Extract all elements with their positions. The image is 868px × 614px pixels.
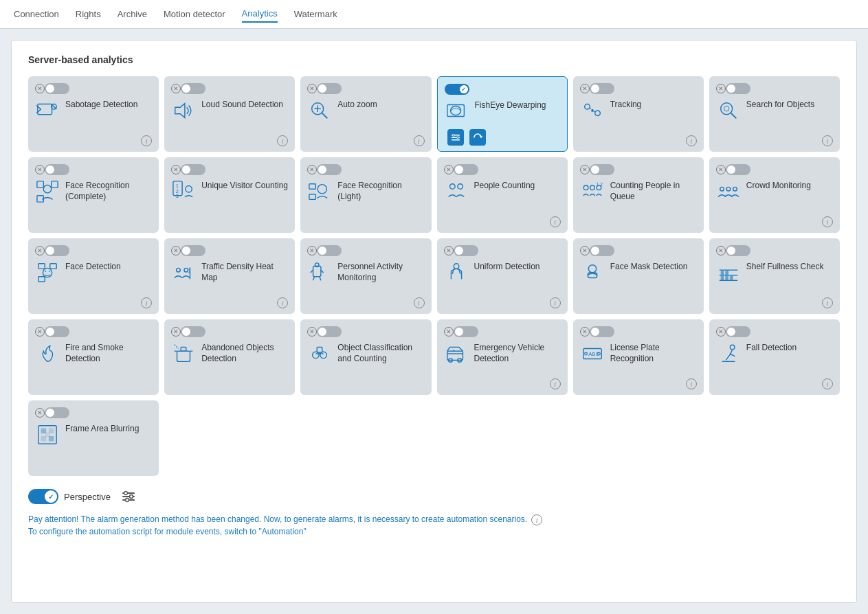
nav-item-connection[interactable]: Connection <box>14 6 59 22</box>
close-icon-emergency-vehicle[interactable]: ✕ <box>444 327 454 337</box>
toggle-abandoned-objects[interactable] <box>181 326 205 337</box>
close-icon-crowd-monitoring[interactable]: ✕ <box>716 165 726 174</box>
info-icon-fall-detection[interactable]: i <box>822 378 833 389</box>
info-icon-traffic-density[interactable]: i <box>277 297 288 308</box>
toggle-tracking[interactable] <box>590 83 614 94</box>
close-icon-fire-smoke[interactable]: ✕ <box>35 327 45 337</box>
close-icon-uniform-detection[interactable]: ✕ <box>444 246 454 255</box>
nav-item-watermark[interactable]: Watermark <box>294 6 337 22</box>
nav-item-analytics[interactable]: Analytics <box>242 5 278 23</box>
toggle-crowd-monitoring[interactable] <box>726 164 750 175</box>
info-icon-tracking[interactable]: i <box>686 135 697 146</box>
info-icon-search-objects[interactable]: i <box>822 135 833 146</box>
card-personnel-activity: ✕Personnel Activity Monitoringi <box>300 238 431 314</box>
nav-item-archive[interactable]: Archive <box>118 6 147 22</box>
card-body-counting-queue: 1 2 3Counting People in Queue <box>580 179 697 227</box>
svg-point-36 <box>457 184 463 190</box>
svg-text:ABC: ABC <box>588 351 599 357</box>
loud-sound-icon <box>171 98 196 123</box>
close-icon-abandoned-objects[interactable]: ✕ <box>171 327 181 337</box>
toggle-unique-visitor[interactable] <box>181 164 205 175</box>
toggle-face-detection[interactable] <box>45 245 69 256</box>
card-face-detection: ✕Face Detectioni <box>28 238 159 314</box>
card-label-people-counting: People Counting <box>474 179 561 192</box>
toggle-traffic-density[interactable] <box>181 245 205 256</box>
toggle-fire-smoke[interactable] <box>45 326 69 337</box>
notice-info-icon[interactable]: i <box>531 514 542 525</box>
close-icon-face-recog-complete[interactable]: ✕ <box>35 165 45 174</box>
toggle-search-objects[interactable] <box>726 83 750 94</box>
close-icon-frame-area-blurring[interactable]: ✕ <box>35 408 45 418</box>
nav-item-motion-detector[interactable]: Motion detector <box>164 6 225 22</box>
info-icon-personnel-activity[interactable]: i <box>414 297 425 308</box>
card-label-abandoned-objects: Abandoned Objects Detection <box>201 341 288 364</box>
close-icon-unique-visitor[interactable]: ✕ <box>171 165 181 174</box>
analytics-grid-row2: ✕Face Recognition (Complete)✕123Unique V… <box>28 157 840 233</box>
close-icon-traffic-density[interactable]: ✕ <box>171 246 181 255</box>
card-body-fire-smoke: Fire and Smoke Detection <box>35 341 152 389</box>
toggle-uniform-detection[interactable] <box>454 245 478 256</box>
close-icon-auto-zoom[interactable]: ✕ <box>307 84 317 93</box>
close-icon-tracking[interactable]: ✕ <box>580 84 590 93</box>
svg-line-2 <box>36 109 41 113</box>
info-icon-license-plate[interactable]: i <box>686 378 697 389</box>
fisheye-refresh-btn[interactable] <box>469 129 486 146</box>
info-icon-auto-zoom[interactable]: i <box>414 135 425 146</box>
toggle-license-plate[interactable] <box>590 326 614 337</box>
close-icon-license-plate[interactable]: ✕ <box>580 327 590 337</box>
card-face-mask: ✕Face Mask Detection <box>573 238 704 314</box>
card-header-search-objects: ✕ <box>716 83 833 94</box>
card-header-unique-visitor: ✕ <box>171 164 288 175</box>
perspective-settings-icon[interactable] <box>119 487 138 506</box>
notice-text2[interactable]: To configure the automation script for m… <box>28 527 840 536</box>
card-footer-loud-sound: i <box>171 135 288 146</box>
fisheye-settings-btn[interactable] <box>447 129 464 146</box>
close-icon-face-mask[interactable]: ✕ <box>580 246 590 255</box>
close-icon-search-objects[interactable]: ✕ <box>716 84 726 93</box>
card-uniform-detection: ✕Uniform Detectioni <box>437 238 568 314</box>
toggle-auto-zoom[interactable] <box>317 83 342 94</box>
info-icon-crowd-monitoring[interactable]: i <box>822 216 833 227</box>
close-icon-face-detection[interactable]: ✕ <box>35 246 45 255</box>
toggle-loud-sound[interactable] <box>181 83 205 94</box>
toggle-sabotage[interactable] <box>45 83 69 94</box>
toggle-fisheye[interactable] <box>445 84 469 95</box>
toggle-personnel-activity[interactable] <box>317 245 342 256</box>
close-icon-loud-sound[interactable]: ✕ <box>171 84 181 93</box>
toggle-emergency-vehicle[interactable] <box>454 326 478 337</box>
card-label-counting-queue: Counting People in Queue <box>610 179 697 202</box>
card-header-fire-smoke: ✕ <box>35 326 152 337</box>
close-icon-fall-detection[interactable]: ✕ <box>716 327 726 337</box>
card-body-loud-sound: Loud Sound Detectioni <box>171 98 288 146</box>
card-face-recog-light: ✕Face Recognition (Light) <box>300 157 431 233</box>
perspective-toggle-switch[interactable] <box>28 489 58 504</box>
toggle-fall-detection[interactable] <box>726 326 750 337</box>
toggle-shelf-fullness[interactable] <box>726 245 750 256</box>
close-icon-object-classification[interactable]: ✕ <box>307 327 317 337</box>
info-icon-shelf-fullness[interactable]: i <box>822 297 833 308</box>
close-icon-face-recog-light[interactable]: ✕ <box>307 165 317 174</box>
close-icon-sabotage[interactable]: ✕ <box>35 84 45 93</box>
toggle-counting-queue[interactable] <box>590 164 614 175</box>
info-icon-face-detection[interactable]: i <box>141 297 152 308</box>
toggle-face-mask[interactable] <box>590 245 614 256</box>
toggle-frame-area-blurring[interactable] <box>45 407 69 418</box>
info-icon-sabotage[interactable]: i <box>141 135 152 146</box>
close-icon-shelf-fullness[interactable]: ✕ <box>716 246 726 255</box>
perspective-toggle[interactable]: Perspective <box>28 489 111 504</box>
toggle-face-recog-complete[interactable] <box>45 164 69 175</box>
card-label-auto-zoom: Auto zoom <box>337 98 424 111</box>
card-footer-traffic-density: i <box>171 297 288 308</box>
unique-visitor-icon: 123 <box>171 179 196 204</box>
toggle-face-recog-light[interactable] <box>317 164 342 175</box>
close-icon-personnel-activity[interactable]: ✕ <box>307 246 317 255</box>
info-icon-emergency-vehicle[interactable]: i <box>550 378 561 389</box>
info-icon-loud-sound[interactable]: i <box>277 135 288 146</box>
info-icon-uniform-detection[interactable]: i <box>550 297 561 308</box>
close-icon-people-counting[interactable]: ✕ <box>444 165 454 174</box>
nav-item-rights[interactable]: Rights <box>76 6 101 22</box>
toggle-people-counting[interactable] <box>454 164 478 175</box>
close-icon-counting-queue[interactable]: ✕ <box>580 165 590 174</box>
toggle-object-classification[interactable] <box>317 326 342 337</box>
info-icon-people-counting[interactable]: i <box>550 216 561 227</box>
